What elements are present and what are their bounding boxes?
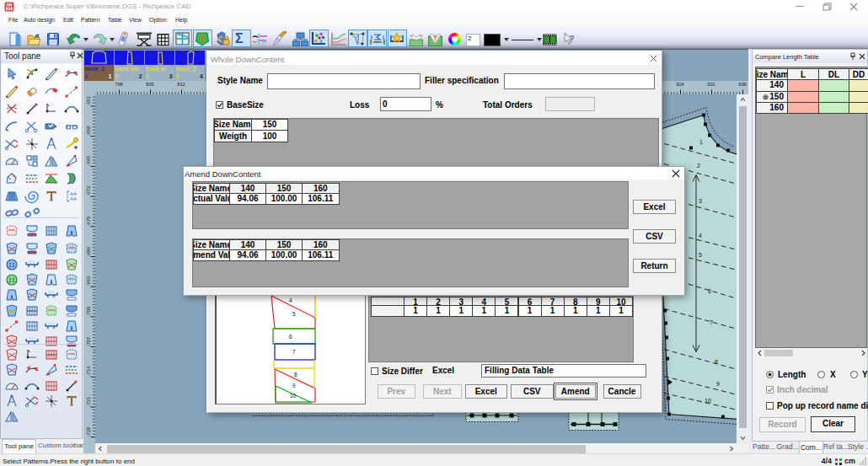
svg-text:6: 6 [708, 287, 711, 293]
svg-text:10: 10 [705, 397, 711, 403]
svg-text:3: 3 [699, 197, 702, 203]
svg-text:9: 9 [716, 380, 720, 386]
svg-text:1: 1 [699, 138, 703, 144]
svg-text:6: 6 [289, 334, 292, 340]
svg-text:8: 8 [294, 372, 297, 378]
svg-text:4: 4 [289, 297, 292, 303]
svg-text:8: 8 [715, 358, 718, 364]
svg-text:7: 7 [710, 319, 713, 324]
svg-text:10: 10 [290, 393, 297, 399]
svg-text:2: 2 [697, 162, 700, 168]
svg-text:5: 5 [292, 311, 296, 317]
svg-text:AA: AA [70, 196, 77, 201]
svg-text:5: 5 [699, 251, 702, 257]
svg-text:4: 4 [699, 232, 702, 238]
svg-text:7: 7 [292, 349, 296, 355]
svg-text:9: 9 [292, 383, 296, 388]
svg-text:?: ? [569, 34, 575, 44]
